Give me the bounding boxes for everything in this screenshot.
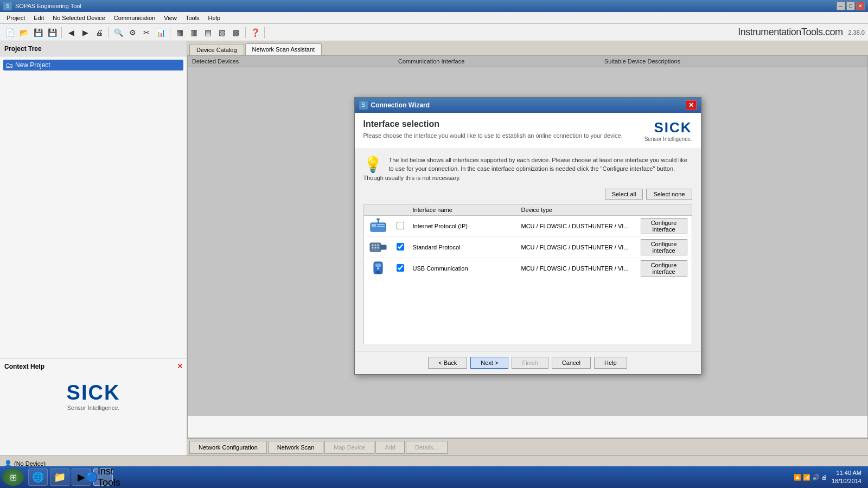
ip-checkbox[interactable]	[397, 222, 404, 229]
content-area: Detected Devices Communication Interface…	[187, 55, 868, 438]
menu-project[interactable]: Project	[2, 14, 29, 22]
toolbar-back[interactable]: ◀	[65, 26, 78, 39]
taskbar-ie[interactable]: 🌐	[28, 468, 48, 486]
svg-point-11	[372, 247, 373, 249]
configure-ip-button[interactable]: Configure interface	[641, 218, 687, 234]
toolbar-sep-5	[264, 27, 265, 38]
title-bar-icon: S	[3, 2, 12, 10]
title-bar-title: SOPAS Engineering Tool	[15, 3, 837, 9]
help-button[interactable]: Help	[594, 357, 627, 369]
map-device-button: Map Device	[324, 441, 374, 454]
table-row: USB Communication MCU / FLOWSIC / DUSTHU…	[363, 258, 692, 279]
back-button[interactable]: < Back	[428, 357, 467, 369]
configure-usb-button[interactable]: Configure interface	[641, 260, 687, 277]
configure-serial-button[interactable]: Configure interface	[641, 239, 687, 255]
toolbar-monitor[interactable]: 📊	[154, 26, 167, 39]
toolbar-sep-1	[61, 27, 62, 38]
col-checkbox-header	[392, 204, 409, 216]
toolbar-save[interactable]: 💾	[31, 26, 44, 39]
toolbar-print[interactable]: 🖨	[93, 26, 106, 39]
toolbar-layout1[interactable]: ▦	[173, 26, 186, 39]
toolbar-forward[interactable]: ▶	[79, 26, 92, 39]
network-config-button[interactable]: Network Configuration	[189, 441, 267, 454]
menu-no-selected-device[interactable]: No Selected Device	[48, 14, 110, 22]
menu-communication[interactable]: Communication	[110, 14, 159, 22]
toolbar-sep-3	[170, 27, 170, 38]
modal-titlebar: S Connection Wizard ✕	[355, 98, 701, 113]
tree-item-new-project[interactable]: 🗂 New Project	[3, 60, 183, 70]
sick-modal-logo-tagline: Sensor Intelligence.	[644, 136, 692, 142]
tab-device-catalog[interactable]: Device Catalog	[189, 44, 244, 55]
row-serial-checkbox-cell[interactable]	[392, 237, 409, 258]
svg-point-17	[377, 267, 379, 269]
network-scan-button[interactable]: Network Scan	[268, 441, 323, 454]
tab-network-scan[interactable]: Network Scan Assistant	[245, 43, 322, 55]
svg-rect-16	[376, 271, 380, 273]
context-help-panel: Context Help ✕ SICK Sensor Intelligence.	[0, 358, 187, 455]
toolbar-brand: InstrumentationTools.com	[738, 27, 843, 38]
row-usb-name-cell: USB Communication	[409, 258, 517, 279]
modal-select-buttons: Select all Select none	[363, 189, 692, 200]
toolbar-layout5[interactable]: ▩	[229, 26, 242, 39]
svg-rect-4	[377, 224, 385, 225]
row-ip-device-cell: MCU / FLOWSIC / DUSTHUNTER / VI...	[517, 216, 636, 237]
table-spacer	[363, 279, 692, 344]
clock-time: 11:40 AM	[832, 469, 861, 477]
toolbar-disconnect[interactable]: ✂	[140, 26, 153, 39]
row-ip-action-cell: Configure interface	[636, 216, 692, 237]
clock-date: 18/10/2014	[832, 477, 861, 485]
table-row: Internet Protocol (IP) MCU / FLOWSIC / D…	[363, 216, 692, 237]
project-tree-header: Project Tree	[0, 41, 187, 56]
add-button: Add	[375, 441, 405, 454]
project-icon: 🗂	[5, 61, 13, 69]
toolbar-scan[interactable]: 🔍	[112, 26, 125, 39]
menu-bar: Project Edit No Selected Device Communic…	[0, 12, 868, 24]
title-bar-controls: ─ □ ✕	[837, 2, 865, 10]
row-usb-action-cell: Configure interface	[636, 258, 692, 279]
taskbar: ⊞ 🌐 📁 ▶ 🔵 Inst Tools 🔼 📶 🔊 🖨 11:40 AM 18…	[0, 466, 868, 488]
toolbar-open[interactable]: 📂	[17, 26, 30, 39]
serial-icon	[368, 239, 388, 255]
svg-point-2	[376, 219, 380, 220]
toolbar-help[interactable]: ❓	[248, 26, 261, 39]
select-none-button[interactable]: Select none	[646, 189, 692, 200]
menu-help[interactable]: Help	[204, 14, 225, 22]
cancel-button[interactable]: Cancel	[552, 357, 591, 369]
taskbar-explorer[interactable]: 📁	[50, 468, 69, 486]
toolbar-connect[interactable]: ⚙	[126, 26, 139, 39]
interface-table: Interface name Device type	[363, 204, 692, 279]
row-ip-name-cell: Internet Protocol (IP)	[409, 216, 517, 237]
main-layout: Project Tree 🗂 New Project Context Help …	[0, 41, 868, 455]
toolbar-layout4[interactable]: ▧	[215, 26, 228, 39]
serial-checkbox[interactable]	[397, 243, 404, 251]
modal-header-description: Please choose the interface you would li…	[363, 132, 623, 139]
taskbar-icons: 🔼 📶 🔊 🖨	[794, 474, 827, 481]
toolbar-save-all[interactable]: 💾	[46, 26, 59, 39]
menu-edit[interactable]: Edit	[29, 14, 48, 22]
maximize-button[interactable]: □	[846, 2, 855, 10]
svg-rect-15	[375, 264, 381, 267]
minimize-button[interactable]: ─	[837, 2, 845, 10]
row-usb-checkbox-cell[interactable]	[392, 258, 409, 279]
select-all-button[interactable]: Select all	[605, 189, 643, 200]
row-ip-checkbox-cell[interactable]	[392, 216, 409, 237]
close-button[interactable]: ✕	[856, 2, 865, 10]
wizard-icon: 💡	[363, 156, 382, 174]
interface-table-body: Internet Protocol (IP) MCU / FLOWSIC / D…	[363, 216, 692, 279]
toolbar-layout2[interactable]: ▥	[187, 26, 200, 39]
svg-rect-3	[372, 224, 376, 227]
taskbar-sopas[interactable]: 🔵 Inst Tools	[93, 468, 113, 486]
modal-close-button[interactable]: ✕	[686, 100, 697, 110]
context-help-close-button[interactable]: ✕	[177, 362, 183, 370]
sick-modal-logo-text: SICK	[644, 119, 692, 136]
toolbar-layout3[interactable]: ▤	[201, 26, 214, 39]
toolbar-new[interactable]: 📄	[3, 26, 16, 39]
menu-tools[interactable]: Tools	[181, 14, 204, 22]
col-iface-name-header: Interface name	[409, 204, 517, 216]
next-button[interactable]: Next >	[470, 357, 508, 369]
table-row: Standard Protocol MCU / FLOWSIC / DUSTHU…	[363, 237, 692, 258]
menu-view[interactable]: View	[159, 14, 181, 22]
connection-wizard-dialog: S Connection Wizard ✕ Interface selectio…	[354, 97, 701, 375]
start-button[interactable]: ⊞	[2, 468, 24, 486]
usb-checkbox[interactable]	[397, 264, 404, 272]
